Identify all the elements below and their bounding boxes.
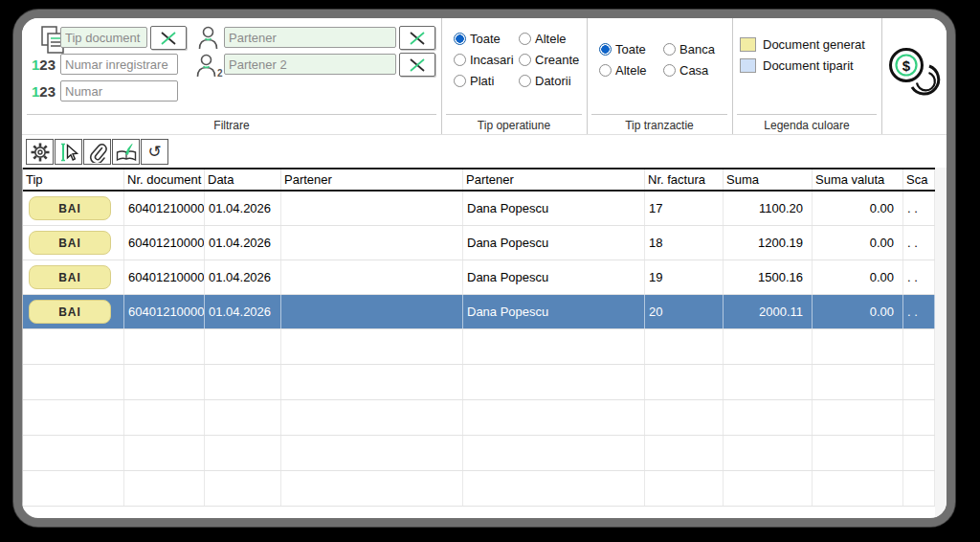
radio-operatiune-plati[interactable]: Plati bbox=[454, 74, 494, 88]
partener2-cell: Dana Popescu bbox=[463, 260, 645, 294]
radio-icon bbox=[454, 54, 466, 66]
numar-inregistrare-input[interactable] bbox=[60, 54, 178, 75]
partener-cell bbox=[281, 226, 463, 260]
column-header-tip[interactable]: Tip bbox=[23, 169, 124, 190]
number-123-icon: 123 bbox=[32, 56, 56, 73]
scadenta-cell: . . bbox=[903, 260, 935, 294]
radio-operatiune-creante[interactable]: Creante bbox=[519, 53, 579, 67]
filter-group-tip-tranzactie: Toate Altele Banca Casa Tip tranzactie bbox=[587, 18, 733, 134]
column-header-data[interactable]: Data bbox=[205, 169, 281, 190]
table-row[interactable]: BAI 60401210000 01.04.2026 Dana Popescu … bbox=[23, 192, 935, 226]
radio-icon bbox=[519, 75, 531, 87]
documents-table: Tip Nr. document Data Partener Partener … bbox=[22, 168, 935, 518]
document-type-badge: BAI bbox=[29, 231, 111, 255]
group-caption-legenda: Legenda culoare bbox=[737, 114, 877, 132]
table-header-row: Tip Nr. document Data Partener Partener … bbox=[23, 168, 935, 192]
legend-item-generat: Document generat bbox=[740, 37, 865, 52]
partener2-cell: Dana Popescu bbox=[463, 226, 645, 260]
radio-selected-icon bbox=[599, 43, 612, 56]
attachment-button[interactable] bbox=[83, 139, 111, 165]
book-quill-icon bbox=[115, 142, 138, 163]
gear-icon bbox=[30, 142, 51, 163]
settings-button[interactable] bbox=[26, 139, 54, 165]
radio-operatiune-incasari[interactable]: Incasari bbox=[454, 53, 514, 67]
suma-valuta-cell: 0.00 bbox=[813, 192, 903, 225]
paperclip-icon bbox=[87, 142, 108, 163]
scadenta-cell: . . bbox=[903, 226, 935, 260]
column-header-nr-factura[interactable]: Nr. factura bbox=[645, 169, 724, 190]
tip-document-input[interactable] bbox=[60, 27, 147, 48]
scrollbar-track[interactable] bbox=[935, 168, 947, 518]
numar-input[interactable] bbox=[60, 80, 178, 102]
blue-swatch-icon bbox=[740, 58, 756, 73]
person-2-icon: 2 bbox=[195, 53, 223, 79]
nr-document-cell: 60401210000 bbox=[124, 226, 205, 260]
radio-tranzactie-altele[interactable]: Altele bbox=[599, 63, 647, 78]
radio-operatiune-datorii[interactable]: Datorii bbox=[519, 74, 571, 88]
column-header-partener[interactable]: Partener bbox=[281, 169, 463, 190]
radio-tranzactie-toate[interactable]: Toate bbox=[599, 42, 646, 56]
nr-factura-cell: 20 bbox=[645, 295, 724, 328]
document-type-badge: BAI bbox=[29, 265, 111, 289]
table-row-selected[interactable]: BAI 60401210000 01.04.2026 Dana Popescu … bbox=[23, 295, 935, 329]
radio-tranzactie-banca[interactable]: Banca bbox=[663, 42, 715, 56]
suma-cell: 1200.19 bbox=[724, 226, 813, 260]
app-window: 123 123 2 bbox=[13, 10, 955, 527]
data-cell: 01.04.2026 bbox=[205, 295, 281, 328]
radio-icon bbox=[599, 64, 612, 77]
clear-partener2-button[interactable] bbox=[399, 53, 435, 77]
toolbar: ↺ bbox=[22, 134, 947, 169]
clear-tip-document-button[interactable] bbox=[150, 26, 187, 50]
radio-operatiune-toate[interactable]: Toate bbox=[454, 32, 501, 46]
filter-bar: 123 123 2 bbox=[22, 18, 947, 134]
group-caption-tip-operatiune: Tip operatiune bbox=[446, 114, 582, 132]
column-header-suma-valuta[interactable]: Suma valuta bbox=[813, 169, 903, 190]
column-header-nr-document[interactable]: Nr. document bbox=[124, 169, 205, 190]
suma-cell: 2000.11 bbox=[724, 295, 813, 328]
tip-cell: BAI bbox=[23, 226, 124, 260]
document-type-badge: BAI bbox=[29, 196, 111, 220]
nr-factura-cell: 18 bbox=[645, 226, 724, 260]
scadenta-cell: . . bbox=[903, 295, 935, 328]
filter-group-legenda: Document generat Document tiparit Legend… bbox=[732, 18, 882, 134]
person-icon bbox=[197, 25, 219, 51]
sign-book-button[interactable] bbox=[112, 139, 140, 165]
radio-icon bbox=[519, 54, 531, 66]
tip-cell: BAI bbox=[23, 295, 124, 328]
column-header-scadenta[interactable]: Sca bbox=[903, 169, 935, 190]
nr-document-cell: 60401210000 bbox=[124, 192, 205, 225]
column-header-suma[interactable]: Suma bbox=[724, 169, 813, 190]
cursor-ibeam-icon bbox=[58, 142, 79, 163]
group-caption-filtrare: Filtrare bbox=[27, 114, 436, 132]
partener-cell bbox=[281, 295, 463, 328]
yellow-swatch-icon bbox=[740, 37, 756, 52]
partener2-input[interactable] bbox=[224, 54, 396, 75]
refresh-button[interactable]: ↺ bbox=[141, 139, 168, 165]
empty-table-row bbox=[23, 365, 935, 400]
data-cell: 01.04.2026 bbox=[205, 260, 281, 294]
partener2-cell: Dana Popescu bbox=[463, 192, 645, 225]
brand-area: $ bbox=[881, 18, 947, 134]
data-cell: 01.04.2026 bbox=[205, 226, 281, 260]
radio-icon bbox=[519, 33, 531, 45]
empty-table-row bbox=[23, 436, 935, 471]
column-header-partener2[interactable]: Partener bbox=[463, 169, 645, 190]
filter-group-filtrare: 123 123 2 bbox=[22, 18, 442, 134]
suma-valuta-cell: 0.00 bbox=[813, 226, 903, 260]
select-cursor-button[interactable] bbox=[55, 139, 82, 165]
suma-valuta-cell: 0.00 bbox=[813, 260, 903, 294]
radio-icon bbox=[663, 43, 676, 56]
partener-input[interactable] bbox=[224, 27, 396, 48]
legend-item-tiparit: Document tiparit bbox=[740, 58, 854, 73]
clear-x-icon bbox=[408, 57, 427, 73]
nr-document-cell: 60401210000 bbox=[124, 260, 205, 294]
number-123-icon: 123 bbox=[32, 83, 56, 100]
tip-cell: BAI bbox=[23, 260, 124, 294]
table-row[interactable]: BAI 60401210000 01.04.2026 Dana Popescu … bbox=[23, 226, 935, 260]
radio-tranzactie-casa[interactable]: Casa bbox=[663, 63, 708, 78]
partener-cell bbox=[281, 260, 463, 294]
table-row[interactable]: BAI 60401210000 01.04.2026 Dana Popescu … bbox=[23, 260, 935, 295]
radio-operatiune-altele[interactable]: Altele bbox=[519, 32, 567, 46]
nr-factura-cell: 19 bbox=[645, 260, 724, 294]
clear-partener-button[interactable] bbox=[399, 26, 435, 50]
